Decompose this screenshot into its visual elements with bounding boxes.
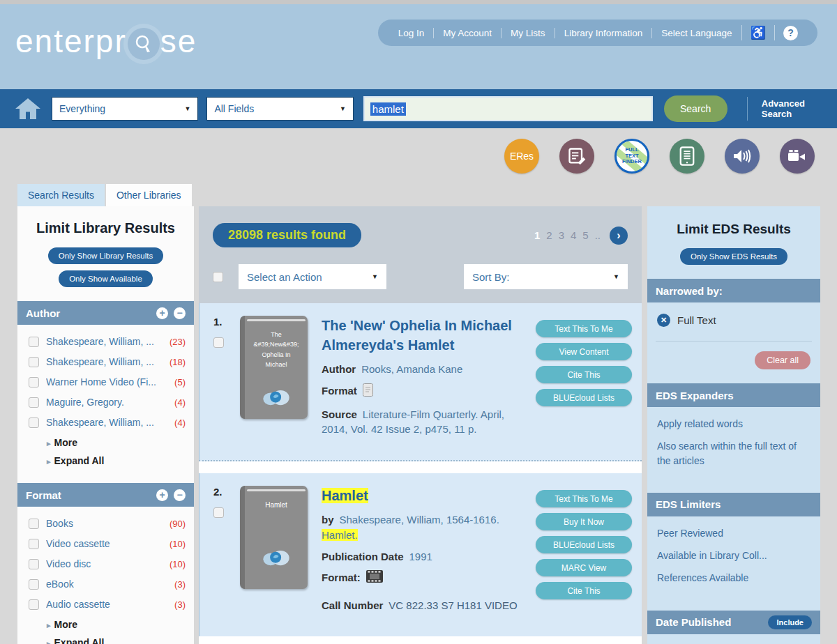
remove-filter-icon[interactable]: ✕ [657, 314, 670, 327]
page-3[interactable]: 3 [559, 229, 564, 241]
format-more-link[interactable]: ▸More [47, 619, 186, 630]
only-show-eds-results-button[interactable]: Only Show EDS Results [680, 248, 787, 265]
facet-label[interactable]: Books [46, 518, 165, 529]
content: Limit Library Results Only Show Library … [0, 206, 837, 644]
facet-label[interactable]: Maguire, Gregory. [46, 397, 170, 408]
buy-it-now-button[interactable]: Buy It Now [536, 513, 632, 530]
facet-label[interactable]: Warner Home Video (Fi... [46, 376, 170, 388]
result-checkbox[interactable] [213, 507, 224, 518]
facet-checkbox[interactable] [29, 417, 39, 428]
nav-log-in[interactable]: Log In [389, 28, 434, 38]
result-checkbox[interactable] [213, 337, 224, 348]
facet-label[interactable]: Shakespeare, William, ... [46, 417, 170, 428]
include-button[interactable]: Include [768, 615, 812, 629]
page-4[interactable]: 4 [571, 229, 576, 241]
by-label: by [322, 514, 334, 526]
facet-checkbox[interactable] [29, 357, 39, 367]
author-expand-all-link[interactable]: ▸Expand All [47, 455, 186, 466]
ereader-icon[interactable] [670, 139, 704, 174]
author-more-link[interactable]: ▸More [47, 437, 186, 448]
facet-label[interactable]: Shakespeare, William, ... [46, 336, 165, 347]
facet-item: Shakespeare, William, ... (18) [29, 356, 186, 367]
quick-links-row: ERes FULL TEXT FINDER [0, 128, 837, 184]
book-cover[interactable]: The &#39;New&#39; Ophelia In Michael [240, 316, 308, 419]
cite-this-button[interactable]: Cite This [536, 366, 632, 383]
facet-checkbox[interactable] [29, 559, 39, 569]
results-header: 28098 results found 1 2 3 4 5 .. › Selec… [199, 206, 642, 303]
chevron-down-icon: ▼ [372, 273, 378, 280]
facet-item: eBook (3) [29, 578, 186, 590]
format-expand-all-link[interactable]: ▸Expand All [47, 637, 186, 644]
facet-count: (23) [169, 337, 186, 347]
text-this-to-me-button[interactable]: Text This To Me [536, 490, 632, 507]
marc-view-button[interactable]: MARC View [536, 559, 632, 576]
result-title-link[interactable]: Hamlet [322, 486, 523, 505]
bluecloud-lists-button[interactable]: BLUEcloud Lists [536, 536, 632, 553]
audio-speaker-icon[interactable] [725, 139, 760, 174]
select-all-checkbox[interactable] [213, 272, 223, 282]
view-content-button[interactable]: View Content [536, 343, 632, 360]
clear-all-button[interactable]: Clear all [755, 351, 810, 369]
expander-link[interactable]: Also search within the full text of the … [657, 439, 810, 468]
advanced-search-link[interactable]: Advanced Search [762, 98, 837, 119]
sort-by-dropdown[interactable]: Sort By: ▼ [464, 264, 628, 289]
page-5[interactable]: 5 [582, 229, 588, 241]
format-facet-list: Books (90) Video cassette (10) Video dis… [17, 507, 194, 644]
notepad-pencil-icon[interactable] [559, 139, 594, 174]
only-show-available-button[interactable]: Only Show Available [59, 270, 153, 287]
search-fields-select[interactable]: All Fields ▼ [206, 97, 353, 121]
nav-my-lists[interactable]: My Lists [501, 28, 555, 38]
facet-item: Maguire, Gregory. (4) [29, 397, 186, 408]
only-show-library-results-button[interactable]: Only Show Library Results [48, 247, 164, 264]
home-icon[interactable] [15, 98, 40, 119]
facet-collapse-icon[interactable]: − [174, 489, 186, 501]
video-camera-icon[interactable] [780, 139, 815, 174]
facet-checkbox[interactable] [29, 579, 39, 590]
eres-button[interactable]: ERes [504, 139, 539, 174]
book-cover[interactable]: Hamlet [240, 486, 308, 589]
result-item-2: 2. Hamlet Hamlet byShakespeare, William,… [199, 473, 642, 636]
cite-this-button[interactable]: Cite This [536, 582, 632, 599]
facet-expand-icon[interactable]: + [156, 307, 168, 319]
full-text-finder-icon[interactable]: FULL TEXT FINDER [614, 139, 649, 174]
bluecloud-lists-button[interactable]: BLUEcloud Lists [536, 389, 632, 406]
facet-expand-icon[interactable]: + [156, 489, 168, 501]
facet-checkbox[interactable] [29, 337, 39, 347]
search-input[interactable]: hamlet [363, 96, 653, 121]
nav-library-information[interactable]: Library Information [555, 28, 652, 38]
search-button[interactable]: Search [664, 95, 727, 122]
enterprise-logo[interactable]: enterprse [15, 22, 197, 60]
page-2[interactable]: 2 [546, 229, 552, 241]
limiter-link[interactable]: Peer Reviewed [657, 526, 810, 540]
select-action-dropdown[interactable]: Select an Action ▼ [239, 264, 386, 289]
result-title-link[interactable]: The 'New' Ophelia In Michael Almereyda's… [322, 316, 523, 355]
facet-label[interactable]: Video disc [46, 558, 165, 569]
facet-label[interactable]: eBook [46, 578, 170, 590]
facet-checkbox[interactable] [29, 539, 39, 549]
facet-label[interactable]: Video cassette [46, 538, 165, 549]
facet-label[interactable]: Shakespeare, William, ... [46, 356, 165, 367]
facet-label[interactable]: Audio cassette [46, 599, 170, 610]
accessibility-icon[interactable]: ♿ [741, 25, 774, 40]
author-value[interactable]: Rooks, Amanda Kane [361, 363, 462, 375]
tab-search-results[interactable]: Search Results [17, 184, 105, 206]
expander-link[interactable]: Apply related words [657, 417, 810, 431]
search-fields-value: All Fields [214, 103, 254, 114]
text-this-to-me-button[interactable]: Text This To Me [536, 320, 632, 337]
ftf-line3: FINDER [622, 159, 642, 165]
limiter-link[interactable]: Available in Library Coll... [657, 549, 810, 562]
nav-my-account[interactable]: My Account [433, 28, 501, 38]
limiter-link[interactable]: References Available [657, 571, 810, 585]
search-scope-select[interactable]: Everything ▼ [52, 97, 198, 121]
tab-other-libraries[interactable]: Other Libraries [106, 184, 192, 206]
help-button[interactable]: ? [774, 25, 806, 40]
page-1[interactable]: 1 [534, 229, 540, 241]
facet-collapse-icon[interactable]: − [174, 307, 186, 319]
author-value[interactable]: Shakespeare, William, 1564-1616. [340, 514, 499, 526]
facet-checkbox[interactable] [29, 519, 39, 529]
facet-checkbox[interactable] [29, 397, 39, 408]
facet-checkbox[interactable] [29, 377, 39, 388]
next-page-button[interactable]: › [610, 227, 628, 245]
nav-select-language[interactable]: Select Language [651, 28, 741, 38]
facet-checkbox[interactable] [29, 599, 39, 610]
